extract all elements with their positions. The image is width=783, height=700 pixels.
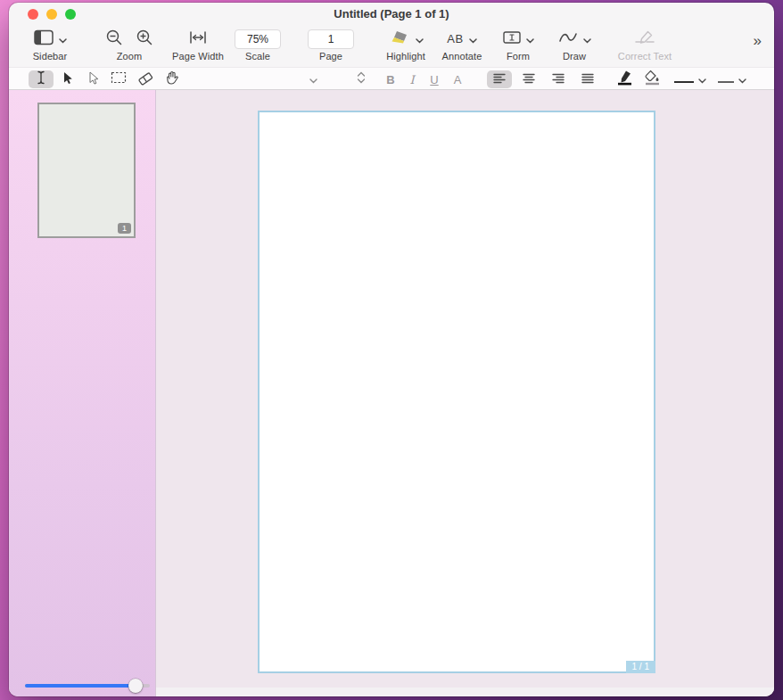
zoom-in-icon[interactable] [136, 29, 153, 50]
form-field-icon [503, 30, 521, 48]
thumbnail-page-badge: 1 [118, 223, 131, 234]
sidebar-toggle-button[interactable]: Sidebar [16, 27, 84, 62]
line-weight-sample-icon [717, 71, 735, 87]
highlighter-icon [389, 29, 410, 49]
chevron-down-icon[interactable] [583, 31, 591, 47]
zoom-window-button[interactable] [65, 9, 76, 20]
pen-color-icon [616, 70, 633, 89]
align-right-icon [552, 71, 565, 87]
align-center-icon [523, 71, 535, 87]
zoom-group: Zoom [95, 27, 163, 62]
slider-knob[interactable] [128, 679, 143, 693]
stroke-color-button[interactable] [612, 70, 637, 88]
page-width-icon [188, 30, 208, 48]
paint-bucket-icon [644, 70, 661, 89]
scale-input[interactable] [235, 29, 281, 49]
underline-button[interactable]: U [424, 70, 445, 88]
sidebar-icon [34, 29, 54, 49]
dashed-rectangle-icon [111, 71, 127, 87]
desktop-background: Untitled (Page 1 of 1) Sidebar [0, 0, 783, 700]
italic-button[interactable]: I [401, 70, 423, 88]
correct-text-icon [634, 29, 655, 49]
zoom-out-icon[interactable] [105, 29, 123, 50]
page-count-badge: 1 / 1 [626, 661, 655, 673]
draw-label: Draw [540, 51, 608, 62]
document-area: 1 / 1 [156, 90, 774, 696]
page-group: Page [297, 27, 365, 62]
correct-text-button: Correct Text [600, 27, 689, 62]
chevron-down-icon [738, 71, 746, 87]
format-bar: B I U A [9, 67, 774, 90]
font-size-stepper[interactable] [352, 70, 370, 88]
correct-text-label: Correct Text [600, 51, 689, 62]
page-width-label: Page Width [164, 51, 232, 62]
hand-icon [165, 70, 178, 88]
page-number-input[interactable] [308, 29, 354, 49]
document-page[interactable]: 1 / 1 [258, 111, 655, 673]
cursor-arrow-icon [62, 71, 73, 88]
zoom-label: Zoom [95, 51, 163, 62]
align-right-button[interactable] [546, 70, 571, 88]
cursor-arrow-outline-icon [87, 71, 99, 88]
line-style-select[interactable] [671, 70, 708, 88]
window-title: Untitled (Page 1 of 1) [9, 3, 774, 26]
chevron-down-icon [59, 31, 67, 47]
annotate-ab-icon: AB [447, 32, 463, 45]
pointer-tool-button[interactable] [55, 70, 78, 88]
font-family-select[interactable] [196, 70, 321, 88]
font-color-label: A [454, 73, 462, 86]
pointer-outline-tool-button[interactable] [81, 70, 104, 88]
align-justify-icon [581, 71, 594, 87]
draw-curve-icon [558, 31, 578, 47]
italic-label: I [409, 73, 414, 86]
titlebar: Untitled (Page 1 of 1) [9, 3, 774, 25]
page-width-button[interactable]: Page Width [164, 27, 232, 62]
toolbar-overflow-chevron[interactable]: » [754, 32, 762, 50]
eraser-tool-button[interactable] [134, 70, 157, 88]
chevron-down-icon[interactable] [416, 31, 424, 47]
align-left-icon [493, 71, 506, 87]
stepper-chevrons-icon [357, 71, 366, 87]
chevron-down-icon[interactable] [526, 31, 534, 47]
align-left-button[interactable] [487, 70, 512, 88]
minimize-window-button[interactable] [46, 9, 57, 20]
thumbnail-sidebar: 1 [9, 90, 156, 696]
traffic-lights [28, 9, 76, 20]
window-body: 1 1 / 1 [9, 90, 774, 696]
app-window: Untitled (Page 1 of 1) Sidebar [9, 3, 774, 696]
chevron-down-icon[interactable] [469, 31, 477, 47]
marquee-select-tool-button[interactable] [107, 70, 130, 88]
font-color-button[interactable]: A [447, 70, 468, 88]
line-weight-select[interactable] [713, 70, 749, 88]
align-center-button[interactable] [516, 70, 541, 88]
chevron-down-icon [698, 71, 706, 87]
line-sample-icon [673, 71, 695, 87]
sidebar-label: Sidebar [16, 51, 84, 62]
hand-tool-button[interactable] [160, 70, 183, 88]
eraser-icon [137, 70, 153, 89]
slider-fill [25, 684, 135, 688]
draw-button[interactable]: Draw [540, 27, 608, 62]
align-justify-button[interactable] [575, 70, 600, 88]
page-thumbnail[interactable]: 1 [37, 103, 136, 238]
scale-group: Scale [224, 27, 292, 62]
page-label: Page [297, 51, 365, 62]
status-strip [156, 688, 774, 696]
text-select-tool-button[interactable] [29, 70, 54, 88]
ibeam-cursor-icon [37, 70, 45, 88]
zoom-slider[interactable] [25, 679, 150, 693]
scale-label: Scale [224, 51, 292, 62]
underline-label: U [430, 73, 438, 86]
fill-color-button[interactable] [639, 70, 664, 88]
main-toolbar: Sidebar Zoom [9, 25, 774, 67]
chevron-down-icon [309, 71, 317, 87]
bold-label: B [386, 73, 394, 86]
close-window-button[interactable] [28, 9, 38, 20]
bold-button[interactable]: B [380, 70, 401, 88]
